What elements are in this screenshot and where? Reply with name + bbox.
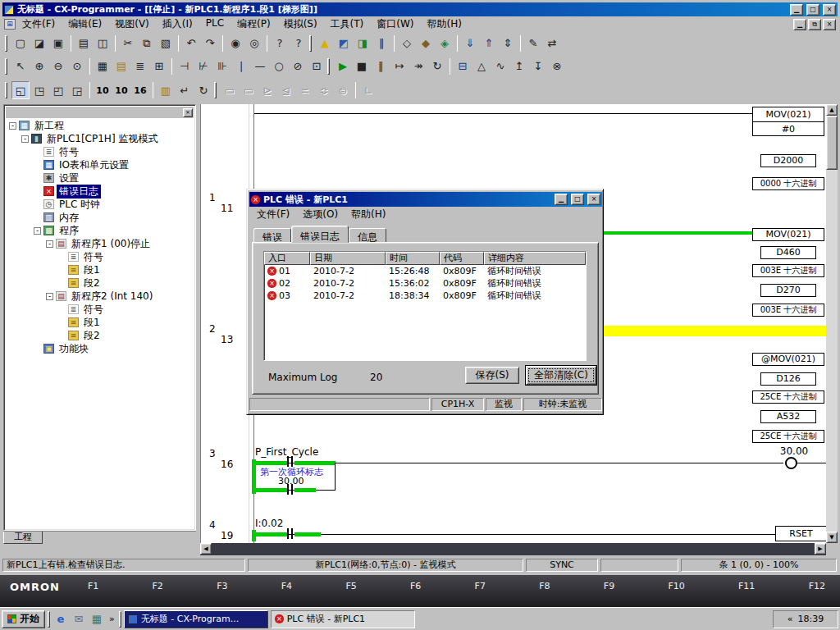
operand-box[interactable]: D2000: [760, 154, 816, 167]
mdi-restore-icon[interactable]: ⧉: [808, 19, 821, 30]
step-run-icon[interactable]: ↦: [390, 57, 409, 75]
menu-模拟(S)[interactable]: 模拟(S): [277, 16, 324, 33]
menu-文件(F)[interactable]: 文件(F): [250, 206, 296, 223]
column-header-入口[interactable]: 入口: [264, 252, 310, 265]
monitor-mode-icon[interactable]: ◨: [354, 34, 372, 52]
tree-item-PLC 时钟[interactable]: ◷PLC 时钟: [6, 198, 194, 211]
output-coil[interactable]: [785, 457, 797, 469]
quicklaunch-ie-icon[interactable]: e: [52, 611, 69, 628]
zoom-in-icon[interactable]: ⊕: [30, 57, 48, 75]
find-icon[interactable]: ◉: [226, 34, 244, 52]
view-project-window-icon[interactable]: ◱: [11, 81, 30, 99]
pause-icon[interactable]: ∥: [372, 57, 390, 75]
tree-item-符号[interactable]: ≣符号: [6, 303, 194, 316]
tree-expander-icon[interactable]: -: [21, 135, 29, 143]
tree-item-段2[interactable]: ≡段2: [6, 276, 194, 290]
column-header-详细内容[interactable]: 详细内容: [484, 252, 586, 265]
mdi-close-icon[interactable]: ×: [823, 19, 836, 30]
scroll-down-icon[interactable]: ▼: [826, 532, 838, 543]
save-button[interactable]: 保存(S): [465, 367, 519, 384]
minimize-icon[interactable]: ▁: [790, 4, 803, 16]
tab-信息[interactable]: 信息: [349, 228, 386, 243]
pane-close-icon[interactable]: ×: [183, 108, 193, 117]
error-log-row[interactable]: ×012010-7-215:26:480x809F循环时间错误: [264, 265, 586, 277]
tree-item-段1[interactable]: ≡段1: [6, 263, 194, 276]
tree-item-功能块[interactable]: ▣功能块: [6, 342, 194, 355]
grid-icon[interactable]: ▦: [94, 57, 112, 75]
tree-item-IO表和单元设置[interactable]: ▦IO表和单元设置: [6, 158, 194, 171]
run-icon[interactable]: ▶: [334, 57, 352, 75]
new-coil-icon[interactable]: ○: [270, 57, 288, 75]
menu-窗口(W)[interactable]: 窗口(W): [370, 16, 420, 33]
transfer-settings-icon[interactable]: ⇄: [543, 34, 561, 52]
menu-文件(F)[interactable]: 文件(F): [16, 16, 62, 33]
work-online-icon[interactable]: ◩: [335, 34, 353, 52]
maximize-icon[interactable]: □: [806, 4, 819, 16]
tree-item-段2[interactable]: ≡段2: [6, 329, 194, 342]
new-closed-coil-icon[interactable]: ⊘: [289, 57, 307, 75]
column-header-代码[interactable]: 代码: [440, 252, 484, 265]
tree-expander-icon[interactable]: -: [46, 293, 53, 300]
save-icon[interactable]: ▣: [49, 34, 67, 52]
error-log-list[interactable]: 入口日期时间代码详细内容 ×012010-7-215:26:480x809F循环…: [263, 251, 587, 361]
view-overview-icon[interactable]: ◲: [68, 81, 86, 99]
menu-编辑(E)[interactable]: 编辑(E): [62, 16, 108, 33]
address-comment-icon[interactable]: ▥: [157, 81, 175, 99]
tree-item-设置[interactable]: ✱设置: [6, 171, 194, 185]
tree-expander-icon[interactable]: -: [34, 227, 41, 235]
mdi-child-icon[interactable]: ⊞: [4, 19, 16, 30]
tree-expander-icon[interactable]: -: [46, 240, 53, 248]
d#ialog-titlebar[interactable]: × PLC 错误 - 新PLC1 ▁ □ ×: [249, 192, 602, 207]
pause-monitor-icon[interactable]: ∥: [372, 34, 390, 52]
error-log-row[interactable]: ×032010-7-218:38:340x809F循环时间错误: [264, 290, 586, 302]
contact-bar[interactable]: [291, 484, 293, 495]
tree-item-符号[interactable]: ≣符号: [6, 145, 194, 158]
quicklaunch-mail-icon[interactable]: ✉: [71, 611, 87, 628]
scroll-left-icon[interactable]: ◀: [200, 543, 212, 555]
paste-icon[interactable]: ▧: [157, 34, 175, 52]
zoom-fit-icon[interactable]: ⊙: [68, 57, 86, 75]
tree-item-新程序1 (00)停止[interactable]: -▤新程序1 (00)停止: [6, 237, 194, 250]
menu-编程(P)[interactable]: 编程(P): [231, 16, 277, 33]
view-watch-window-icon[interactable]: ◰: [49, 81, 67, 99]
local-symbols-icon[interactable]: ≣: [131, 57, 149, 75]
instruction-box[interactable]: RSET: [775, 526, 826, 541]
dialog-minimize-icon[interactable]: ▁: [555, 194, 568, 205]
tab-project[interactable]: 工程: [3, 532, 43, 544]
mdi-minimize-icon[interactable]: ▁: [793, 19, 806, 30]
scrollbar-thumb[interactable]: [826, 116, 838, 170]
debug-mode-icon[interactable]: ◆: [417, 34, 435, 52]
monitor-signed-decimal-button[interactable]: 10: [112, 81, 130, 99]
program-mode-icon[interactable]: ◇: [398, 34, 416, 52]
contact-bar[interactable]: [291, 528, 293, 539]
error-log-row[interactable]: ×022010-7-215:36:020x809F循环时间错误: [264, 277, 586, 290]
scroll-up-icon[interactable]: ▲: [826, 104, 838, 116]
tree-item-内存[interactable]: ▥内存: [6, 211, 194, 224]
horizontal-scrollbar[interactable]: ◀ ▶: [200, 543, 826, 555]
reset-icon[interactable]: ↻: [428, 57, 446, 75]
tree-item-新工程[interactable]: -▦新工程: [6, 119, 194, 132]
horizontal-line-icon[interactable]: —: [251, 57, 269, 75]
quicklaunch-overflow-icon[interactable]: »: [107, 614, 116, 624]
menu-帮助(H)[interactable]: 帮助(H): [345, 206, 392, 223]
dialog-maximize-icon[interactable]: □: [571, 194, 584, 205]
clear-forces-icon[interactable]: ⊗: [548, 57, 566, 75]
instruction-block-mov[interactable]: MOV(021) #0: [752, 107, 824, 136]
operand-box[interactable]: D270: [760, 284, 816, 297]
task-button-plc-error[interactable]: × PLC 错误 - 新PLC1: [271, 610, 415, 628]
menu-选项(O)[interactable]: 选项(O): [296, 206, 345, 223]
tray-chevron-icon[interactable]: «: [788, 614, 793, 624]
tree-item-新程序2 (Int 140)[interactable]: -▤新程序2 (Int 140): [6, 290, 194, 303]
cross-reference-icon[interactable]: ⊞: [150, 57, 168, 75]
menu-帮助(H)[interactable]: 帮助(H): [421, 16, 468, 33]
context-help-icon[interactable]: ?: [290, 34, 308, 52]
menu-工具(T)[interactable]: 工具(T): [324, 16, 371, 33]
new-instruction-icon[interactable]: ⊡: [308, 57, 326, 75]
dialog-close-icon[interactable]: ×: [587, 194, 600, 205]
start-button[interactable]: 开始: [2, 610, 45, 628]
stop-icon[interactable]: ■: [353, 57, 371, 75]
upload-from-plc-icon[interactable]: ⇑: [480, 34, 498, 52]
instruction-title[interactable]: @MOV(021): [752, 353, 824, 366]
step-over-icon[interactable]: ↠: [409, 57, 427, 75]
undo-icon[interactable]: ↶: [182, 34, 200, 52]
